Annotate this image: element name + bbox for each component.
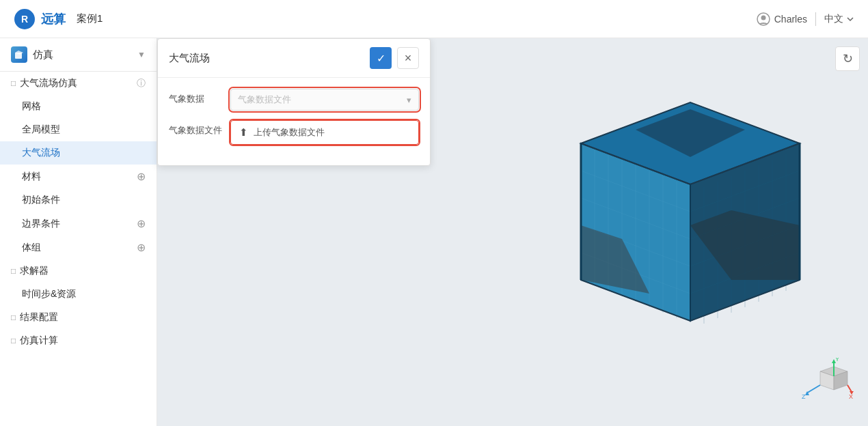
expand-icon: □ <box>11 336 16 345</box>
user-info: Charles <box>757 12 807 26</box>
chevron-down-icon <box>846 15 854 23</box>
sidebar-item-label: 边界条件 <box>22 218 137 230</box>
sidebar-item-label: 网格 <box>22 100 146 113</box>
svg-text:R: R <box>21 14 28 25</box>
svg-line-47 <box>847 385 852 392</box>
dialog-body: 气象数据 气象数据文件 ▾ 气象数据文件 ⬆ 上传气象数据文件 <box>158 78 430 165</box>
cube-icon <box>14 49 25 60</box>
sidebar-item-grid[interactable]: 网格 <box>0 95 157 118</box>
dialog-header: 大气流场 ✓ × <box>158 39 430 78</box>
content-area: 大气流场 ✓ × 气象数据 气象数据文件 ▾ <box>157 38 868 426</box>
lang-selector[interactable]: 中文 <box>824 13 854 25</box>
svg-point-3 <box>761 15 765 20</box>
sidebar-collapse-icon[interactable]: ▼ <box>137 50 146 59</box>
logo-text: 远算 <box>41 11 66 27</box>
sidebar-item-label: 体组 <box>22 242 137 254</box>
sidebar-item-atm-flow[interactable]: 大气流场 <box>0 141 157 165</box>
sim-icon <box>11 46 27 63</box>
sidebar-item-time-step[interactable]: 时间步&资源 <box>0 283 157 306</box>
sidebar-item-label: 结果配置 <box>20 311 146 324</box>
3d-viewport: Y Z X <box>431 38 868 426</box>
sidebar-item-material[interactable]: 材料 ⊕ <box>0 165 157 188</box>
svg-line-45 <box>806 385 820 393</box>
dialog-panel: 大气流场 ✓ × 气象数据 气象数据文件 ▾ <box>157 38 431 166</box>
cube-svg <box>472 89 827 375</box>
sidebar-item-body[interactable]: 体组 ⊕ <box>0 236 157 259</box>
weather-file-control: ⬆ 上传气象数据文件 <box>230 120 419 145</box>
form-row-weather-file: 气象数据文件 ⬆ 上传气象数据文件 <box>169 120 419 145</box>
weather-data-control: 气象数据文件 ▾ <box>230 89 419 111</box>
sidebar-item-label: 大气流场仿真 <box>20 77 133 89</box>
upload-label: 上传气象数据文件 <box>254 126 325 139</box>
sidebar-title: 仿真 <box>33 48 53 61</box>
sidebar-item-boundary[interactable]: 边界条件 ⊕ <box>0 212 157 236</box>
sidebar-item-label: 全局模型 <box>22 124 146 136</box>
dialog-title: 大气流场 <box>169 52 210 65</box>
main-layout: 仿真 ▼ □ 大气流场仿真 ⓘ 网格 全局模型 大气流场 材料 ⊕ 初始条件 边… <box>0 38 868 426</box>
upload-icon: ⬆ <box>239 126 248 139</box>
field-label-weather-data: 气象数据 <box>169 89 230 105</box>
sidebar-item-result-config[interactable]: □ 结果配置 <box>0 306 157 329</box>
confirm-button[interactable]: ✓ <box>370 47 392 69</box>
logo: R 远算 <box>14 8 66 30</box>
axis-svg: Y Z X <box>800 358 854 412</box>
lang-text: 中文 <box>824 13 843 25</box>
header: R 远算 案例1 Charles 中文 <box>0 0 868 38</box>
sidebar-item-init-cond[interactable]: 初始条件 <box>0 188 157 212</box>
sidebar-item-label: 材料 <box>22 171 137 183</box>
sidebar-item-atm-sim[interactable]: □ 大气流场仿真 ⓘ <box>0 72 157 95</box>
sidebar: 仿真 ▼ □ 大气流场仿真 ⓘ 网格 全局模型 大气流场 材料 ⊕ 初始条件 边… <box>0 38 157 426</box>
axis-indicator: Y Z X <box>800 358 854 412</box>
sidebar-item-sim-compute[interactable]: □ 仿真计算 <box>0 329 157 352</box>
project-name: 案例1 <box>77 12 103 25</box>
sidebar-title-group: 仿真 <box>11 46 53 63</box>
sidebar-item-label: 初始条件 <box>22 194 146 206</box>
upload-button[interactable]: ⬆ 上传气象数据文件 <box>230 120 419 145</box>
header-right: Charles 中文 <box>757 12 854 26</box>
add-icon[interactable]: ⊕ <box>137 217 146 230</box>
dialog-actions: ✓ × <box>370 47 419 69</box>
x-axis-label: X <box>849 393 853 400</box>
z-axis-label: Z <box>802 393 806 400</box>
user-icon <box>757 12 770 26</box>
expand-icon: □ <box>11 79 16 88</box>
sidebar-item-label: 求解器 <box>20 265 146 277</box>
y-axis-label: Y <box>835 358 839 363</box>
form-row-weather-data: 气象数据 气象数据文件 ▾ <box>169 89 419 111</box>
add-icon[interactable]: ⊕ <box>137 241 146 254</box>
sidebar-item-label: 时间步&资源 <box>22 288 146 300</box>
expand-icon: □ <box>11 266 16 276</box>
expand-icon: □ <box>11 313 16 322</box>
sidebar-item-label: 仿真计算 <box>20 335 146 347</box>
sidebar-item-global-model[interactable]: 全局模型 <box>0 118 157 141</box>
sidebar-item-solver[interactable]: □ 求解器 <box>0 259 157 283</box>
info-icon: ⓘ <box>137 77 146 89</box>
add-icon[interactable]: ⊕ <box>137 170 146 183</box>
sidebar-item-label: 大气流场 <box>22 147 146 159</box>
weather-data-select[interactable]: 气象数据文件 ▾ <box>230 89 419 111</box>
field-label-weather-file: 气象数据文件 <box>169 120 230 137</box>
header-left: R 远算 案例1 <box>14 8 103 30</box>
header-divider <box>815 12 816 26</box>
select-arrow-icon: ▾ <box>407 95 411 105</box>
logo-icon: R <box>14 8 36 30</box>
close-button[interactable]: × <box>397 47 419 69</box>
select-placeholder: 气象数据文件 <box>238 94 291 106</box>
user-name: Charles <box>774 14 807 25</box>
sidebar-header: 仿真 ▼ <box>0 38 157 72</box>
